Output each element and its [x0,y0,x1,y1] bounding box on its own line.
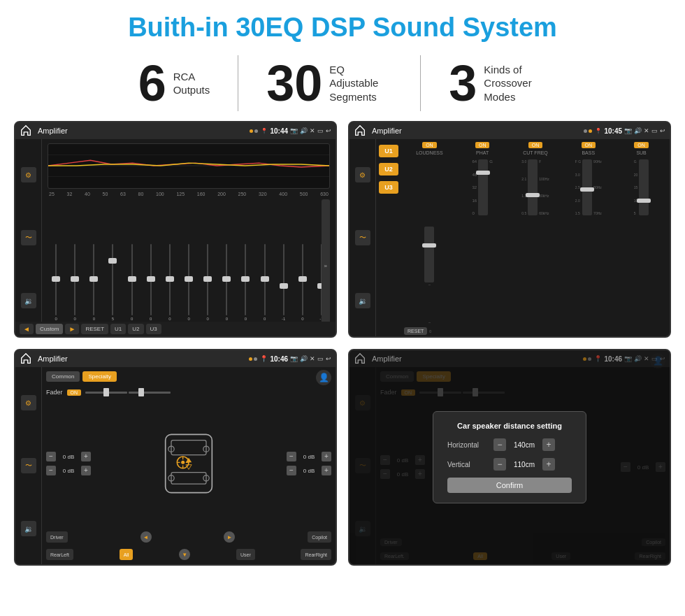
fl-plus-button[interactable]: + [81,452,91,461]
fader-on-button[interactable]: ON [67,389,82,396]
eq-prev-button[interactable]: ◄ [20,324,34,334]
confirm-button[interactable]: Confirm [447,478,572,493]
stat-number-6: 6 [138,58,166,108]
eq-time: 10:44 [270,127,288,135]
nav-right-button[interactable]: ► [224,531,235,543]
home-icon-3[interactable] [20,352,32,365]
home-icon[interactable] [20,124,32,137]
sub-control: ON SUB G2015105 [616,142,667,324]
fader-tabs-row: Common Specialty [46,371,331,382]
eq-u2-button[interactable]: U2 [128,324,143,334]
eq-wave-icon[interactable]: 〜 [21,230,36,245]
specialty-tab[interactable]: Specialty [82,371,116,382]
eq-u1-button[interactable]: U1 [110,324,126,334]
bass-slider[interactable] [582,159,592,215]
eq-play-button[interactable]: ► [65,324,79,334]
eq-slider-14[interactable]: 0 [294,244,311,321]
horizontal-plus-button[interactable]: + [542,438,555,451]
eq-slider-3[interactable]: 0 [85,244,102,321]
sub-slider[interactable] [639,159,649,215]
dialog-title: Car speaker distance setting [447,422,572,430]
rr-vol-value: 0 dB [299,468,319,474]
wave-icon-2[interactable]: 〜 [355,230,370,245]
rl-minus-button[interactable]: − [46,466,56,475]
eq-slider-8[interactable]: 0 [180,244,197,321]
eq-slider-2[interactable]: 0 [66,244,83,321]
eq-left-sidebar: ⚙ 〜 🔉 [15,139,42,336]
fr-plus-button[interactable]: + [322,452,331,461]
eq-slider-6[interactable]: 0 [143,244,159,321]
eq-slider-9[interactable]: 0 [199,244,216,321]
loudness-on-btn[interactable]: ON [422,142,437,148]
vertical-minus-button[interactable]: − [493,458,506,471]
eq-speaker-icon[interactable]: 🔉 [21,293,36,308]
common-tab[interactable]: Common [46,371,80,382]
home-icon-2[interactable] [354,124,366,137]
zone-buttons-row1: Driver ◄ ► Copilot [46,531,331,543]
u1-button[interactable]: U1 [379,145,398,157]
camera-icon-3: 📷 [290,355,298,362]
filter-icon-2[interactable]: ⚙ [355,167,370,182]
rr-plus-button[interactable]: + [322,466,331,475]
driver-button[interactable]: Driver [46,531,68,543]
back-icon-3: ↩ [326,355,331,362]
eq-status-icons: 📍 10:44 📷 🔊 ✕ ▭ ↩ [261,127,331,135]
eq-slider-10[interactable]: 0 [218,244,235,321]
bass-on-btn[interactable]: ON [582,142,596,148]
eq-u3-button[interactable]: U3 [146,324,161,334]
crossover-reset-button[interactable]: RESET [404,327,427,335]
eq-slider-13[interactable]: -1 [275,244,292,321]
eq-slider-11[interactable]: 0 [237,244,254,321]
cutfreq-on-btn[interactable]: ON [528,142,543,148]
rearright-button[interactable]: RearRight [301,549,331,560]
fader-status-bar: Amplifier 📍 10:46 📷 🔊 ✕ ▭ ↩ [15,350,336,367]
user-button[interactable]: User [236,549,255,560]
crossover-channels: ON LOUDNESS ~~ ON [404,142,667,324]
filter-icon-3[interactable]: ⚙ [21,395,36,410]
volume-icon: 🔊 [300,127,308,134]
eq-slider-7[interactable]: 0 [161,244,178,321]
speaker-icon-2[interactable]: 🔉 [355,293,370,308]
bass-control: ON BASS F G3.02.52.01.5 90Hz80Hz70Hz [563,142,614,324]
fr-minus-button[interactable]: − [287,452,296,461]
rearleft-button[interactable]: RearLeft [46,549,73,560]
horizontal-row: Horizontal − 140cm + [447,438,572,451]
eq-slider-12[interactable]: 0 [257,244,273,321]
eq-slider-4[interactable]: 5 [104,244,121,321]
eq-main-area: 2532405063 80100125160200 25032040050063… [42,139,336,336]
vertical-plus-button[interactable]: + [542,458,555,471]
eq-custom-button[interactable]: Custom [36,324,64,334]
eq-slider-1[interactable]: 0 [48,244,64,321]
eq-more-button[interactable]: » [322,199,330,332]
eq-curve-svg [48,144,329,188]
sub-on-btn[interactable]: ON [634,142,649,148]
copilot-button[interactable]: Copilot [308,531,331,543]
loudness-label: LOUDNESS [416,150,443,155]
loudness-slider[interactable] [424,227,434,282]
wave-icon-3[interactable]: 〜 [21,458,36,473]
all-button[interactable]: All [120,549,134,560]
rr-minus-button[interactable]: − [287,466,296,475]
rl-plus-button[interactable]: + [81,466,91,475]
nav-left-button[interactable]: ◄ [140,531,152,543]
eq-slider-5[interactable]: 0 [124,244,140,321]
phat-slider[interactable] [478,159,488,215]
eq-filter-icon[interactable]: ⚙ [21,167,36,182]
u2-button[interactable]: U2 [379,163,398,176]
back-icon: ↩ [326,127,331,134]
front-right-vol: − 0 dB + [287,452,331,461]
fl-minus-button[interactable]: − [46,452,56,461]
vertical-label: Vertical [447,461,489,468]
phat-on-btn[interactable]: ON [475,142,490,148]
u3-button[interactable]: U3 [379,181,398,194]
nav-down-button[interactable]: ▼ [179,549,190,560]
fader-body: − 0 dB + − 0 dB + [46,403,331,524]
front-left-vol: − 0 dB + [46,452,91,461]
horizontal-minus-button[interactable]: − [493,438,506,451]
eq-reset-button[interactable]: RESET [81,324,108,334]
volume-icon-2: 🔊 [634,127,642,134]
stat-text-rca: RCA Outputs [173,70,210,97]
eq-sliders-area: 0 0 0 5 0 [48,199,330,332]
cutfreq-slider[interactable] [528,159,538,215]
speaker-icon-3[interactable]: 🔉 [21,521,36,536]
